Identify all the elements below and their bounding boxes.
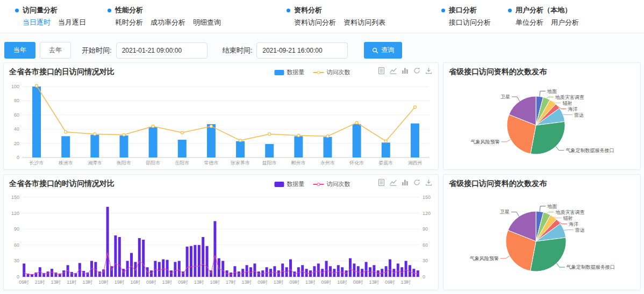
daily-bar-line-chart: 020406080100长沙市株洲市湘潭市衡阳市邵阳市岳阳市常德市张家界市益阳市… <box>4 79 438 170</box>
svg-text:衡阳市: 衡阳市 <box>117 160 131 166</box>
refresh-icon[interactable] <box>413 178 421 187</box>
svg-text:60: 60 <box>14 242 19 248</box>
svg-text:17时: 17时 <box>226 279 236 285</box>
end-time-label: 结束时间: <box>223 46 253 55</box>
svg-text:13时: 13时 <box>51 279 61 285</box>
nav-section-traffic: 访问量分析 当日逐时 当月逐日 <box>15 5 86 33</box>
bar-chart-icon[interactable] <box>401 178 409 187</box>
svg-text:13时: 13时 <box>305 279 316 285</box>
svg-text:10时: 10时 <box>210 279 220 285</box>
start-time-input[interactable] <box>116 42 207 59</box>
svg-text:气象定制数据服务接口: 气象定制数据服务接口 <box>565 148 614 153</box>
search-button-label: 查询 <box>381 46 394 55</box>
chart-title: 省级接口访问资料的次数发布 <box>449 179 547 189</box>
line-series-swatch <box>313 72 324 73</box>
bar-series-swatch <box>274 182 284 187</box>
svg-text:13时: 13时 <box>194 279 204 285</box>
svg-text:09时: 09时 <box>257 279 268 285</box>
nav-item-data-access-analysis[interactable]: 资料访问分析 <box>294 18 336 27</box>
legend-item-data-volume[interactable]: 数据量 <box>274 180 304 188</box>
legend-label: 访问次数 <box>326 180 350 188</box>
svg-text:09时: 09时 <box>146 279 156 285</box>
svg-text:卫星: 卫星 <box>499 209 510 214</box>
end-time-input[interactable] <box>256 42 348 59</box>
data-view-icon[interactable] <box>377 178 385 187</box>
svg-text:0: 0 <box>423 274 425 279</box>
svg-text:09时: 09时 <box>178 279 188 285</box>
chart-title: 全省各市接口的日访问情况对比 <box>9 67 115 77</box>
nav-section-data: 资料分析 资料访问分析 资料访问列表 <box>287 5 385 33</box>
svg-text:13时: 13时 <box>83 279 93 285</box>
province-pie-card-bottom: 省级接口访问资料的次数发布 地面地质灾害调查辐射海洋雷达气象定制数据服务接口气象… <box>443 174 641 290</box>
legend-label: 数据量 <box>287 180 304 188</box>
province-access-pie-chart: 地面地质灾害调查辐射海洋雷达气象定制数据服务接口气象风险预警卫星 <box>443 191 640 290</box>
download-icon[interactable] <box>425 178 433 187</box>
svg-text:怀化市: 怀化市 <box>349 160 364 166</box>
legend-label: 访问次数 <box>326 68 350 76</box>
svg-text:海洋: 海洋 <box>568 106 578 112</box>
svg-text:13时: 13时 <box>274 279 284 285</box>
svg-text:40: 40 <box>14 126 19 132</box>
svg-text:90: 90 <box>14 226 19 232</box>
nav-section-performance: 性能分析 耗时分析 成功率分析 明细查询 <box>108 5 221 33</box>
chart-title: 省级接口访问资料的次数发布 <box>449 67 547 77</box>
svg-text:张家界市: 张家界市 <box>231 160 250 166</box>
bar-series-swatch <box>274 70 284 75</box>
svg-text:气象定制数据服务接口: 气象定制数据服务接口 <box>566 264 615 270</box>
filter-bar: 当年 去年 开始时间: 结束时间: 查询 <box>4 42 402 59</box>
chart-title: 全省各市接口的时访问情况对比 <box>9 179 115 189</box>
legend-item-data-volume[interactable]: 数据量 <box>274 68 304 76</box>
line-chart-icon[interactable] <box>389 67 397 75</box>
svg-text:0: 0 <box>17 274 19 279</box>
svg-text:郴州市: 郴州市 <box>291 160 306 166</box>
svg-text:常德市: 常德市 <box>204 160 218 166</box>
svg-text:气象风险预警: 气象风险预警 <box>469 256 499 261</box>
line-chart-icon[interactable] <box>389 178 397 187</box>
svg-text:卫星: 卫星 <box>500 94 510 99</box>
nav-item-data-access-list[interactable]: 资料访问列表 <box>344 18 385 27</box>
nav-item-interface-access[interactable]: 接口访问分析 <box>449 18 491 27</box>
this-year-button[interactable]: 当年 <box>4 42 35 59</box>
nav-item-detail-query[interactable]: 明细查询 <box>193 18 221 27</box>
svg-text:19时: 19时 <box>115 279 125 285</box>
legend-item-visit-count[interactable]: 访问次数 <box>313 68 350 76</box>
province-access-pie-chart: 地面地质灾害调查辐射海洋雷达气象定制数据服务接口气象风险预警卫星 <box>443 79 640 169</box>
download-icon[interactable] <box>425 67 433 75</box>
svg-text:长沙市: 长沙市 <box>30 160 44 166</box>
nav-item-user-analysis[interactable]: 用户分析 <box>551 18 579 27</box>
svg-text:13时: 13时 <box>242 279 252 285</box>
svg-text:气象风险预警: 气象风险预警 <box>470 139 500 145</box>
svg-text:16时: 16时 <box>337 279 347 285</box>
svg-text:09时: 09时 <box>321 279 332 285</box>
last-year-button[interactable]: 去年 <box>40 42 71 59</box>
bar-chart-icon[interactable] <box>401 67 409 75</box>
svg-text:120: 120 <box>423 211 431 216</box>
nav-item-hourly-today[interactable]: 当日逐时 <box>23 18 51 27</box>
svg-text:08时: 08时 <box>353 279 363 285</box>
nav-section-title: 用户分析（本地） <box>516 5 571 15</box>
analytics-dashboard: 访问量分析 当日逐时 当月逐日 性能分析 耗时分析 成功率分析 明细查询 资料分… <box>0 0 644 294</box>
nav-section-title: 性能分析 <box>115 5 143 15</box>
svg-text:90: 90 <box>423 226 428 232</box>
data-view-icon[interactable] <box>377 67 385 75</box>
start-time-label: 开始时间: <box>82 46 112 55</box>
nav-item-time-cost[interactable]: 耗时分析 <box>115 18 143 27</box>
nav-item-unit-analysis[interactable]: 单位分析 <box>516 18 543 27</box>
nav-item-success-rate[interactable]: 成功率分析 <box>151 18 185 27</box>
daily-access-chart-card: 全省各市接口的日访问情况对比 数据量 访问次数 020406080100长沙市株… <box>3 62 439 170</box>
svg-text:辐射: 辐射 <box>562 101 572 106</box>
search-button[interactable]: 查询 <box>364 42 402 59</box>
line-marker <box>317 183 320 186</box>
svg-text:海洋: 海洋 <box>569 221 578 227</box>
svg-text:100: 100 <box>11 84 19 89</box>
chart-toolbox <box>377 178 433 187</box>
svg-text:13时: 13时 <box>401 279 411 285</box>
legend-item-visit-count[interactable]: 访问次数 <box>313 180 350 188</box>
svg-text:09时: 09时 <box>385 279 395 285</box>
svg-text:地面: 地面 <box>547 89 557 94</box>
refresh-icon[interactable] <box>413 67 421 75</box>
svg-text:地质灾害调查: 地质灾害调查 <box>555 210 585 215</box>
line-series-swatch <box>313 184 324 185</box>
svg-text:岳阳市: 岳阳市 <box>175 160 189 166</box>
nav-item-daily-month[interactable]: 当月逐日 <box>58 18 86 27</box>
